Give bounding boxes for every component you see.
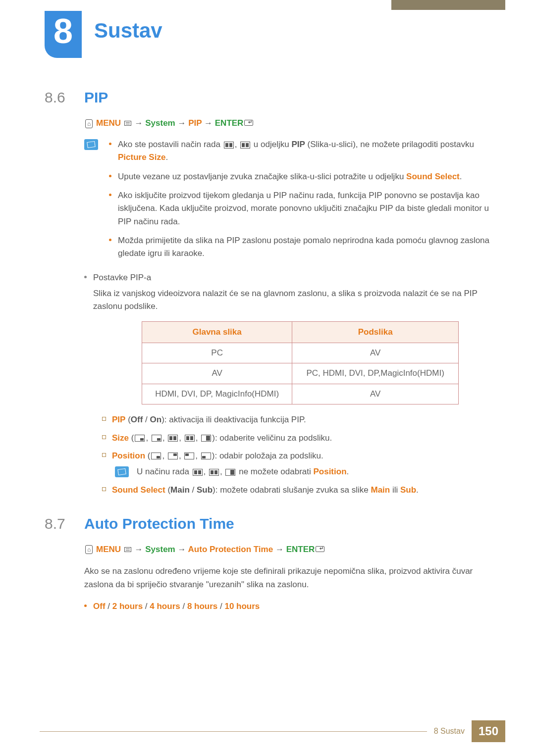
note-icon — [84, 139, 98, 150]
arrow-icon: → — [204, 118, 213, 128]
menu-grid-icon — [124, 121, 131, 126]
inner-note: U načinu rada , , ne možete odabrati Pos… — [112, 465, 495, 478]
remote-icon: ⌂ — [85, 119, 93, 128]
apt-description: Ako se na zaslonu određeno vrijeme koje … — [84, 564, 495, 591]
path-enter: ENTER — [286, 545, 315, 554]
chapter-number-tab: 8 — [45, 11, 82, 58]
note-item: Upute vezane uz postavljanje zvuka znača… — [109, 170, 495, 183]
section-number: 8.6 — [45, 89, 84, 106]
pip-pos-icon — [201, 453, 211, 459]
remote-icon: ⌂ — [85, 545, 93, 554]
pip-pos-icon — [184, 453, 194, 459]
pip-size-icon — [135, 435, 145, 442]
arrow-icon: → — [275, 545, 284, 554]
list-item-desc: Slika iz vanjskog videoizvora nalazit će… — [93, 287, 495, 313]
header-accent-strip — [391, 0, 505, 10]
option-item: Position (, , , ): odabir položaja za po… — [102, 450, 495, 479]
path-system: System — [145, 118, 175, 128]
pip-layout-icon — [240, 142, 250, 149]
pip-layout-icon — [193, 469, 203, 476]
path-menu: MENU — [96, 545, 121, 554]
option-item: Sound Select (Main / Sub): možete odabra… — [102, 484, 495, 497]
menu-path-apt: ⌂ MENU → System → Auto Protection Time →… — [84, 545, 495, 554]
apt-options: Off / 2 hours / 4 hours / 8 hours / 10 h… — [84, 600, 495, 613]
note-item: Ako isključite proizvod tijekom gledanja… — [109, 189, 495, 228]
pip-pos-icon — [168, 453, 178, 459]
chapter-title: Sustav — [94, 19, 162, 43]
enter-icon — [244, 120, 253, 126]
option-item: Size (, , , , ): odaberite veličinu za p… — [102, 432, 495, 445]
pip-size-icon — [168, 435, 178, 442]
pip-layout-icon — [225, 469, 235, 476]
table-row: PCAV — [142, 343, 459, 363]
footer-rule — [40, 731, 427, 732]
arrow-icon: → — [177, 545, 186, 554]
table-header: Podslika — [292, 321, 459, 343]
arrow-icon: → — [135, 118, 143, 128]
note-icon — [115, 466, 129, 477]
section-header-8-7: 8.7 Auto Protection Time — [45, 515, 495, 532]
path-system: System — [145, 545, 175, 554]
option-item: PIP (Off / On): aktivacija ili deaktivac… — [102, 413, 495, 426]
pip-size-icon — [201, 435, 211, 442]
menu-grid-icon — [124, 547, 131, 552]
pip-pos-icon — [151, 453, 161, 459]
page-footer: 8 Sustav 150 — [40, 720, 505, 742]
menu-path-pip: ⌂ MENU → System → PIP → ENTER — [84, 118, 495, 128]
note-item: Ako ste postavili način rada , u odjeljk… — [109, 138, 495, 164]
section-title: PIP — [84, 89, 108, 106]
path-enter: ENTER — [215, 118, 244, 128]
pip-layout-icon — [209, 469, 219, 476]
section-header-8-6: 8.6 PIP — [45, 89, 495, 106]
arrow-icon: → — [177, 118, 186, 128]
pip-size-icon — [152, 435, 161, 442]
footer-crumb: 8 Sustav — [434, 727, 465, 736]
pip-size-icon — [185, 435, 195, 442]
table-row: AVPC, HDMI, DVI, DP,MagicInfo(HDMI) — [142, 363, 459, 384]
path-apt: Auto Protection Time — [188, 545, 273, 554]
table-row: HDMI, DVI, DP, MagicInfo(HDMI)AV — [142, 384, 459, 404]
path-pip: PIP — [188, 118, 202, 128]
page-number: 150 — [472, 720, 505, 742]
list-item: Postavke PIP-a Slika iz vanjskog videoiz… — [84, 271, 495, 497]
note-block: Ako ste postavili način rada , u odjeljk… — [84, 138, 495, 266]
settings-list: Postavke PIP-a Slika iz vanjskog videoiz… — [84, 271, 495, 497]
section-number: 8.7 — [45, 515, 84, 532]
pip-layout-icon — [224, 142, 234, 149]
arrow-icon: → — [135, 545, 143, 554]
enter-icon — [316, 546, 324, 552]
section-title: Auto Protection Time — [84, 515, 234, 532]
note-item: Možda primijetite da slika na PIP zaslon… — [109, 234, 495, 260]
table-header: Glavna slika — [142, 321, 292, 343]
pip-table: Glavna slika Podslika PCAV AVPC, HDMI, D… — [142, 321, 459, 404]
path-menu: MENU — [96, 118, 121, 128]
